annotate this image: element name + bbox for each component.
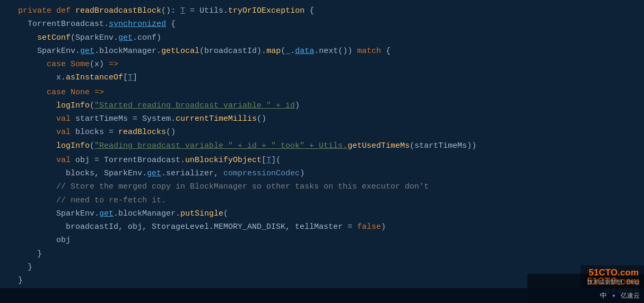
code-block: private def readBroadcastBlock(): T = Ut… bbox=[0, 4, 644, 287]
code-token: synchronized bbox=[109, 18, 166, 30]
code-token: [ bbox=[262, 154, 266, 166]
code-token: ) bbox=[295, 100, 300, 112]
taskbar-dot: ● bbox=[612, 293, 615, 299]
code-token: (x) bbox=[90, 58, 109, 70]
code-line: SparkEnv.get.blockManager.getLocal(broad… bbox=[0, 44, 644, 58]
code-token: (startTimeMs)) bbox=[410, 140, 476, 152]
code-token: [ bbox=[123, 72, 128, 84]
code-token: = Utils. bbox=[185, 5, 228, 17]
code-token: ( bbox=[223, 208, 228, 220]
code-token: logInfo bbox=[8, 100, 90, 112]
code-token: case bbox=[47, 58, 71, 70]
code-token: get bbox=[99, 208, 114, 220]
site-watermark: 51CTO.com 技术成就梦想 · Blog bbox=[581, 265, 644, 288]
site-logo: 51CTO.com bbox=[587, 268, 639, 278]
code-token: "Reading broadcast variable " + id + " t… bbox=[94, 140, 347, 152]
code-token bbox=[8, 126, 56, 138]
code-line: } bbox=[0, 261, 644, 274]
code-token: data bbox=[295, 45, 314, 57]
code-token: x. bbox=[8, 72, 66, 84]
code-token: getLocal bbox=[161, 45, 199, 57]
code-token: match bbox=[357, 45, 381, 57]
code-token: asInstanceOf bbox=[66, 72, 123, 84]
code-token: ( bbox=[90, 140, 94, 152]
code-token: readBlocks bbox=[118, 126, 166, 138]
code-line: val startTimeMs = System.currentTimeMill… bbox=[0, 112, 644, 126]
code-token: val bbox=[56, 154, 75, 166]
code-token: tryOrIOException bbox=[228, 5, 304, 17]
code-line: obj bbox=[0, 234, 644, 247]
code-token: { bbox=[381, 45, 390, 57]
code-token bbox=[8, 154, 56, 166]
code-token: compressionCodec bbox=[223, 167, 300, 180]
code-line: case None => bbox=[0, 86, 644, 99]
taskbar-yiyun: 亿速云 bbox=[621, 291, 640, 300]
code-line: x.asInstanceOf[T] bbox=[0, 71, 644, 84]
code-token: val bbox=[56, 126, 75, 138]
code-token: TorrentBroadcast. bbox=[8, 18, 109, 30]
code-line: // need to re-fetch it. bbox=[0, 194, 644, 207]
code-line: case Some(x) => bbox=[0, 58, 644, 71]
code-container: private def readBroadcastBlock(): T = Ut… bbox=[0, 0, 644, 303]
code-token: SparkEnv. bbox=[8, 208, 99, 220]
code-token: currentTimeMillis bbox=[176, 113, 257, 125]
code-token: , tellMaster = bbox=[285, 221, 357, 233]
code-token: val bbox=[56, 113, 75, 125]
code-token: obj = TorrentBroadcast. bbox=[75, 154, 185, 166]
code-token: T bbox=[180, 5, 185, 17]
code-token: get bbox=[80, 45, 94, 57]
code-token: blocks = bbox=[75, 126, 118, 138]
code-token: setConf bbox=[8, 32, 71, 44]
code-token: } bbox=[8, 261, 32, 273]
taskbar-zh: 中 bbox=[600, 291, 607, 300]
code-token: (): bbox=[161, 5, 180, 17]
code-token: get bbox=[147, 167, 161, 180]
code-token: MEMORY_AND_DISK bbox=[214, 221, 285, 233]
code-token: get bbox=[118, 32, 133, 44]
code-token: .blockManager. bbox=[114, 208, 180, 220]
code-token: blocks, SparkEnv. bbox=[8, 167, 147, 180]
code-line: val obj = TorrentBroadcast.unBlockifyObj… bbox=[0, 154, 644, 167]
code-line: // Store the merged copy in BlockManager… bbox=[0, 180, 644, 193]
code-line: } bbox=[0, 247, 644, 261]
code-token: { bbox=[166, 18, 176, 30]
code-token: "Started reading broadcast variable " + … bbox=[94, 100, 295, 112]
code-token bbox=[8, 86, 47, 99]
code-token: unBlockifyObject bbox=[185, 154, 262, 166]
code-token: (SparkEnv. bbox=[71, 32, 118, 44]
code-line: logInfo("Reading broadcast variable " + … bbox=[0, 139, 644, 153]
code-token: logInfo bbox=[8, 140, 90, 152]
code-token: .serializer, bbox=[161, 167, 223, 180]
code-token: ] bbox=[133, 72, 137, 84]
code-token: putSingle bbox=[180, 208, 223, 220]
code-token: obj bbox=[8, 234, 71, 246]
code-line: blocks, SparkEnv.get.serializer, compres… bbox=[0, 167, 644, 180]
code-token: } bbox=[8, 274, 23, 287]
code-token: private bbox=[8, 5, 56, 17]
code-line: setConf(SparkEnv.get.conf) bbox=[0, 31, 644, 44]
code-token: broadcastId, obj, StorageLevel. bbox=[8, 221, 214, 233]
code-token: } bbox=[8, 248, 42, 260]
code-token bbox=[90, 86, 94, 99]
code-token: // need to re-fetch it. bbox=[8, 194, 166, 207]
code-token bbox=[8, 58, 47, 70]
code-token: => bbox=[94, 86, 104, 99]
code-token: (_. bbox=[281, 45, 295, 57]
code-token: { bbox=[304, 5, 314, 17]
code-token: ) bbox=[300, 167, 304, 180]
code-token: T bbox=[128, 72, 133, 84]
code-token: .conf) bbox=[133, 32, 161, 44]
code-line: val blocks = readBlocks() bbox=[0, 126, 644, 139]
code-token: startTimeMs = System. bbox=[75, 113, 176, 125]
code-token: .blockManager. bbox=[94, 45, 161, 57]
code-token: ]( bbox=[271, 154, 281, 166]
code-token: Some bbox=[71, 58, 90, 70]
code-token: case bbox=[47, 86, 71, 99]
code-token: () bbox=[166, 126, 176, 138]
code-token: SparkEnv. bbox=[8, 45, 80, 57]
code-token bbox=[8, 113, 56, 125]
code-token: ( bbox=[90, 100, 94, 112]
code-token: map bbox=[266, 45, 281, 57]
code-token: None bbox=[71, 86, 90, 99]
code-token: (broadcastId). bbox=[199, 45, 266, 57]
